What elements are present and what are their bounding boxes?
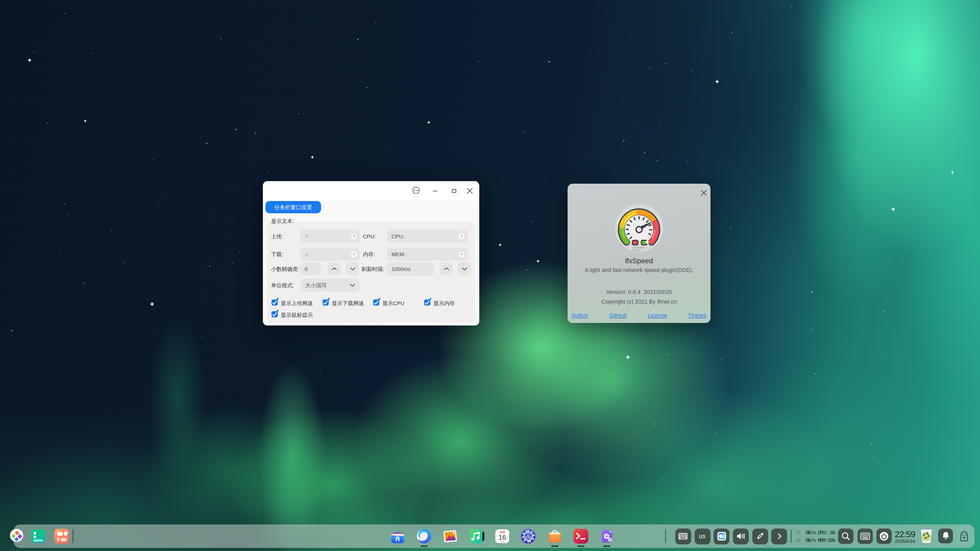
- svg-text:MON: MON: [500, 540, 504, 543]
- svg-text:JUN: JUN: [500, 531, 505, 534]
- svg-text:16: 16: [498, 534, 506, 541]
